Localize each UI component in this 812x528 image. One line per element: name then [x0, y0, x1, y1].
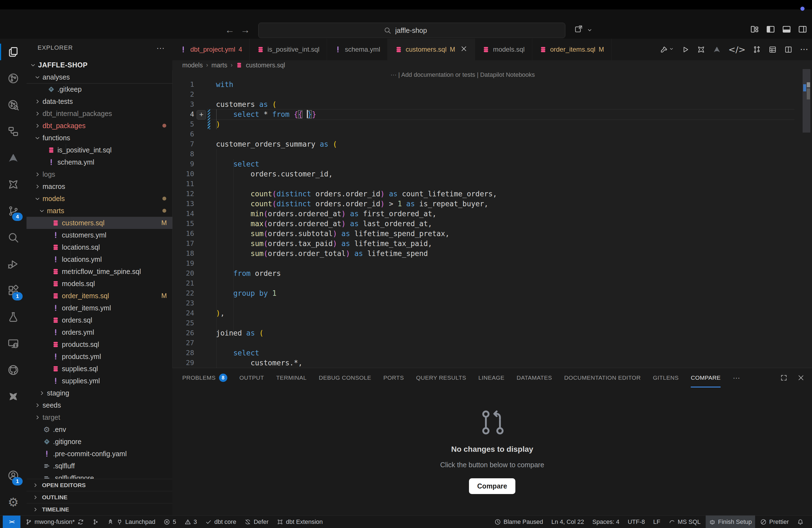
codelens[interactable]: ··· | Add documentation or tests | Datap…	[391, 70, 535, 79]
status-finish-setup[interactable]: Finish Setup	[706, 516, 755, 528]
tree-item-seeds[interactable]: seeds	[27, 399, 172, 411]
tree-item-logs[interactable]: logs	[27, 168, 172, 180]
close-icon[interactable]	[460, 45, 468, 54]
tree-item-functions[interactable]: functions	[27, 132, 172, 144]
activity-item-settings[interactable]: ⚙	[0, 489, 27, 515]
action-dbt-test-action[interactable]	[697, 45, 706, 54]
tree-item-data-tests[interactable]: data-tests	[27, 95, 172, 107]
status-prettier[interactable]: Prettier	[757, 516, 792, 528]
activity-item-dbt-filled[interactable]	[0, 383, 27, 410]
action-git-compare-action[interactable]	[753, 45, 761, 54]
panel-tab-problems[interactable]: PROBLEMS8	[182, 368, 227, 387]
search-input[interactable]	[395, 26, 440, 35]
panel-tab-ports[interactable]: PORTS	[383, 368, 404, 387]
status-eol[interactable]: LF	[650, 516, 664, 528]
gutter-plus-button[interactable]: +	[197, 110, 206, 120]
toggle-panel-icon[interactable]	[782, 24, 792, 34]
tree-item-products-yml[interactable]: products.yml	[27, 350, 172, 363]
action-more-actions[interactable]: ···	[800, 45, 808, 54]
activity-item-dbt-lineage[interactable]	[0, 65, 27, 92]
tree-item-locations-yml[interactable]: locations.yml	[27, 253, 172, 265]
panel-tab-documentation-editor[interactable]: DOCUMENTATION EDITOR	[564, 368, 641, 387]
tree-item-order-items-yml[interactable]: order_items.yml	[27, 302, 172, 314]
action-query-results-grid[interactable]	[768, 45, 777, 54]
panel-tab-output[interactable]: OUTPUT	[240, 368, 264, 387]
tree-item-analyses[interactable]: analyses	[27, 71, 172, 83]
tree-item-sqlfluff[interactable]: .sqlfluff	[27, 460, 172, 472]
tab-dbt-project-yml[interactable]: dbt_project.yml4	[172, 39, 250, 60]
action-altimate-action[interactable]	[713, 45, 721, 54]
status-notifications[interactable]	[794, 516, 807, 528]
panel-tab-datamates[interactable]: DATAMATES	[517, 368, 552, 387]
tree-item-orders-sql[interactable]: orders.sql	[27, 314, 172, 326]
activity-item-testing[interactable]	[0, 304, 27, 330]
tree-item-order-items-sql[interactable]: order_items.sqlM	[27, 290, 172, 302]
status-encoding[interactable]: UTF-8	[624, 516, 648, 528]
tab-customers-sql[interactable]: customers.sqlM	[388, 39, 475, 60]
activity-item-dbt-power-user[interactable]	[0, 171, 27, 198]
panel-tab-debug-console[interactable]: DEBUG CONSOLE	[319, 368, 371, 387]
status-indentation[interactable]: Spaces: 4	[589, 516, 623, 528]
action-compile-sql[interactable]: </>	[728, 45, 745, 54]
tree-item-jaffle-shop[interactable]: JAFFLE-SHOP	[27, 59, 172, 71]
activity-item-run-debug[interactable]	[0, 251, 27, 277]
tree-item-is-positive-int-sql[interactable]: is_positive_int.sql	[27, 144, 172, 156]
tree-item-customers-sql[interactable]: customers.sqlM	[27, 217, 172, 229]
chevron-down-icon[interactable]	[586, 27, 593, 33]
tree-item-pre-commit-config-yaml[interactable]: .pre-commit-config.yaml	[27, 448, 172, 460]
tree-item-products-sql[interactable]: products.sql	[27, 338, 172, 350]
tree-item-target[interactable]: target	[27, 411, 172, 423]
nav-forward-icon[interactable]: →	[240, 24, 251, 35]
tree-item-env[interactable]: ⚙.env	[27, 423, 172, 436]
editor-scrollbar[interactable]	[802, 69, 810, 133]
sidebar-section-open-editors[interactable]: OPEN EDITORS	[27, 479, 172, 491]
activity-item-schema-explorer[interactable]	[0, 118, 27, 145]
activity-item-source-control[interactable]: 4	[0, 198, 27, 224]
breadcrumb-item[interactable]: marts	[211, 62, 227, 69]
share-sparkle-icon[interactable]	[574, 24, 583, 34]
activity-item-github[interactable]	[0, 357, 27, 383]
tree-item-supplies-yml[interactable]: supplies.yml	[27, 375, 172, 387]
tree-item-locations-sql[interactable]: locations.sql	[27, 241, 172, 253]
activity-item-extensions[interactable]: 1	[0, 277, 27, 304]
code-editor[interactable]: 1234567891011121314151617181920212223242…	[172, 79, 802, 368]
sidebar-section-outline[interactable]: OUTLINE	[27, 491, 172, 503]
toggle-sidebar-icon[interactable]	[766, 24, 775, 34]
status-language-mode[interactable]: MS SQL	[665, 516, 704, 528]
tree-item-supplies-sql[interactable]: supplies.sql	[27, 363, 172, 375]
tree-item-models-sql[interactable]: models.sql	[27, 278, 172, 290]
status-dbt-extension[interactable]: dbt Extension	[273, 516, 326, 528]
tree-item-customers-yml[interactable]: customers.yml	[27, 229, 172, 241]
status-problems-warnings[interactable]: 3	[181, 516, 200, 528]
status-compare-commits[interactable]	[89, 516, 102, 528]
more-panel-tabs-icon[interactable]: ···	[733, 373, 740, 382]
command-center-search[interactable]	[258, 23, 565, 38]
panel-tab-compare[interactable]: COMPARE	[691, 368, 721, 387]
tree-item-staging[interactable]: staging	[27, 387, 172, 399]
status-defer[interactable]: Defer	[241, 516, 272, 528]
status-problems-errors[interactable]: 5	[160, 516, 179, 528]
status-launchpad[interactable]: Launchpad	[104, 516, 159, 528]
status-cursor-position[interactable]: Ln 4, Col 22	[548, 516, 588, 528]
tree-item-orders-yml[interactable]: orders.yml	[27, 326, 172, 338]
toggle-secondary-sidebar-icon[interactable]	[798, 24, 808, 34]
status-blame-status[interactable]: Blame Paused	[491, 516, 546, 528]
activity-item-search[interactable]	[0, 224, 27, 251]
breadcrumb-item[interactable]: models	[182, 62, 203, 69]
close-panel-icon[interactable]	[797, 374, 805, 382]
tab-order-items-sql[interactable]: order_items.sqlM	[532, 39, 611, 60]
nav-back-icon[interactable]: ←	[224, 24, 235, 35]
tree-item-models[interactable]: models	[27, 192, 172, 205]
panel-tab-gitlens[interactable]: GITLENS	[653, 368, 679, 387]
activity-item-account[interactable]: 1	[0, 462, 27, 489]
tree-item-metricflow-time-spine-sql[interactable]: metricflow_time_spine.sql	[27, 265, 172, 278]
tab-models-sql[interactable]: models.sql	[475, 39, 532, 60]
panel-tab-lineage[interactable]: LINEAGE	[478, 368, 505, 387]
activity-item-explorer[interactable]	[0, 39, 27, 65]
tree-item-dbt-internal-packages[interactable]: dbt_internal_packages	[27, 107, 172, 120]
action-split-editor[interactable]	[784, 45, 793, 54]
tree-item-macros[interactable]: macros	[27, 180, 172, 192]
activity-item-dbt-query-explorer[interactable]	[0, 92, 27, 118]
breadcrumb-file[interactable]: customers.sql	[246, 62, 285, 69]
tree-item-gitignore[interactable]: .gitignore	[27, 436, 172, 448]
